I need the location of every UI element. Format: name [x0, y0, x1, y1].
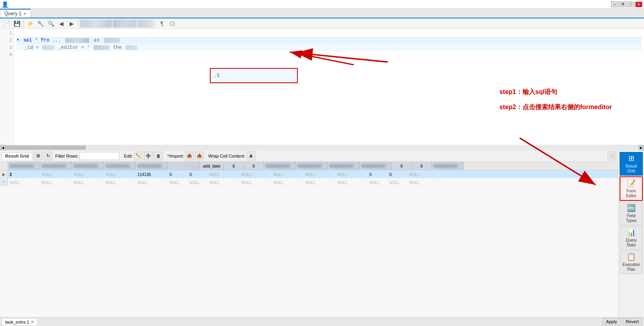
task-extra-tab[interactable]: task_extra 1 ✕ — [2, 318, 38, 326]
title-bar: 👤 ─ ⧉ □ ✕ — [0, 0, 644, 9]
apply-button[interactable]: Apply — [602, 318, 621, 325]
empty-grid-area — [0, 186, 618, 326]
line-num-4: 4 — [0, 51, 12, 58]
grid-row-2[interactable]: * NULL NULL NULL NULL NULL NULL NULL NUL… — [0, 178, 618, 186]
cell-2-13[interactable]: NULL — [368, 178, 388, 186]
stop-button[interactable]: 🔧 — [36, 19, 45, 28]
cell-1-14[interactable]: 0 — [388, 170, 408, 178]
cell-1-6[interactable]: 0 — [168, 170, 188, 178]
cell-2-7[interactable]: NULL — [188, 178, 208, 186]
back-button[interactable]: ◀ — [56, 19, 66, 28]
toolbar-separator-2 — [78, 20, 78, 28]
new-button[interactable]: 📄 — [2, 19, 11, 28]
scroll-right-button[interactable]: ▶ — [638, 145, 644, 150]
edit-delete-button[interactable]: 🗑 — [154, 152, 163, 160]
result-grid-tab-label: Result Grid — [5, 154, 29, 158]
cell-2-4[interactable]: NULL — [104, 178, 136, 186]
cell-1-12[interactable]: NULL — [336, 170, 368, 178]
autocomplete-popup[interactable]: .5 — [210, 68, 298, 83]
cell-2-2[interactable]: NULL — [40, 178, 72, 186]
cell-1-10[interactable]: NULL — [272, 170, 304, 178]
export-button[interactable]: 📤 — [195, 152, 204, 160]
editor-section: 📄 💾 ⚡ 🔧 🔍 ◀ ▶ ¶ ⬡ 1 2 3 — [0, 18, 644, 150]
cell-1-3[interactable]: NULL — [72, 170, 104, 178]
cell-1-9[interactable]: NULL — [240, 170, 272, 178]
row-indicator-2: * — [0, 178, 8, 186]
cell-2-15[interactable]: NULL — [408, 178, 440, 186]
code-line-2: • sel * fro ... as — [16, 37, 642, 44]
cell-2-6[interactable]: NULL — [168, 178, 188, 186]
main-layout: 📄 💾 ⚡ 🔧 🔍 ◀ ▶ ¶ ⬡ 1 2 3 — [0, 18, 644, 326]
execute-button[interactable]: ⚡ — [25, 19, 35, 28]
scroll-track[interactable] — [6, 146, 638, 150]
header-indicator — [0, 162, 8, 170]
grid-row-1[interactable]: ▶ 2 NULL NULL NULL 114136 0 0 NULL NULL … — [0, 170, 618, 178]
minimize-button[interactable]: ─ — [611, 2, 618, 7]
bottom-actions: Apply Revert — [602, 318, 642, 325]
execution-plan-label: ExecutionPlan — [622, 262, 640, 272]
h-scrollbar[interactable]: ◀ ▶ — [0, 145, 644, 150]
form-editor-label: FormEditor — [626, 189, 636, 198]
filter-rows-input[interactable] — [80, 152, 120, 160]
line-num-3: 3 — [0, 44, 12, 51]
cell-2-14[interactable]: NULL — [388, 178, 408, 186]
restore-button[interactable]: ⧉ — [619, 2, 626, 7]
cell-1-15[interactable]: NULL — [408, 170, 440, 178]
code-content[interactable]: • sel * fro ... as _id = _editor = ' the — [14, 29, 644, 145]
tab-query1[interactable]: Query 1 ✕ — [0, 9, 31, 18]
edit-add-button[interactable]: ➕ — [144, 152, 153, 160]
cell-2-10[interactable]: NULL — [272, 178, 304, 186]
expand-button[interactable]: ⬡ — [167, 19, 177, 28]
line-num-1: 1 — [0, 30, 12, 37]
close-button[interactable]: ✕ — [635, 2, 642, 7]
code-editor[interactable]: 1 2 3 4 • sel * fro ... as _id = — [0, 29, 644, 145]
result-data-area: add_date 0 0 0 0 ▶ 2 — [0, 162, 618, 326]
cell-1-5[interactable]: 114136 — [136, 170, 168, 178]
form-editor-icon: 📝 — [627, 179, 636, 188]
grid-icon-button[interactable]: ⊞ — [34, 152, 42, 160]
resize-button[interactable]: ⬜ — [608, 152, 616, 160]
cell-2-12[interactable]: NULL — [336, 178, 368, 186]
cell-2-3[interactable]: NULL — [72, 178, 104, 186]
execution-plan-sidebar-button[interactable]: 📋 ExecutionPlan — [620, 250, 643, 274]
query-stats-label: QueryStats — [626, 238, 636, 248]
task-extra-close-icon[interactable]: ✕ — [31, 320, 34, 324]
window-controls[interactable]: ─ ⧉ □ ✕ — [611, 2, 642, 7]
cell-1-11[interactable]: NULL — [304, 170, 336, 178]
query-stats-icon: 📊 — [627, 228, 636, 237]
code-line-4 — [16, 51, 642, 58]
result-grid-tab[interactable]: Result Grid — [2, 152, 32, 160]
cell-2-11[interactable]: NULL — [304, 178, 336, 186]
cell-1-7[interactable]: 0 — [188, 170, 208, 178]
paragraph-button[interactable]: ¶ — [157, 19, 167, 28]
maximize-button[interactable]: □ — [627, 2, 634, 7]
scroll-left-button[interactable]: ◀ — [0, 145, 6, 150]
tab-close-icon[interactable]: ✕ — [23, 12, 26, 16]
cell-1-13[interactable]: 0 — [368, 170, 388, 178]
cell-1-8[interactable]: NULL — [208, 170, 240, 178]
result-toolbar: Result Grid ⊞ ↻ Filter Rows: Edit: ✏️ ➕ … — [0, 150, 618, 162]
refresh-button[interactable]: ↻ — [44, 152, 52, 160]
cell-2-8[interactable]: NULL — [208, 178, 240, 186]
cell-2-5[interactable]: NULL — [136, 178, 168, 186]
toolbar-separator-3 — [155, 20, 156, 28]
form-editor-sidebar-button[interactable]: 📝 FormEditor — [620, 176, 643, 201]
result-grid-sidebar-button[interactable]: ⊞ ResultGrid — [620, 152, 643, 176]
line-num-2: 2 — [0, 37, 12, 44]
wrap-button[interactable]: A — [247, 152, 255, 160]
cell-1-2[interactable]: NULL — [40, 170, 72, 178]
forward-button[interactable]: ▶ — [67, 19, 76, 28]
cell-2-9[interactable]: NULL — [240, 178, 272, 186]
find-button[interactable]: 🔍 — [46, 19, 56, 28]
import-button[interactable]: 📥 — [185, 152, 194, 160]
scroll-thumb[interactable] — [6, 146, 86, 150]
cell-1-id[interactable]: 2 — [8, 170, 40, 178]
cell-1-4[interactable]: NULL — [104, 170, 136, 178]
revert-button[interactable]: Revert — [622, 318, 642, 325]
query-stats-sidebar-button[interactable]: 📊 QueryStats — [620, 226, 643, 250]
save-button[interactable]: 💾 — [12, 19, 22, 28]
edit-pencil-button[interactable]: ✏️ — [134, 152, 143, 160]
field-types-sidebar-button[interactable]: 🔤 FieldTypes — [620, 202, 643, 225]
tab-query1-label: Query 1 — [4, 11, 22, 16]
cell-2-1[interactable]: NULL — [8, 178, 40, 186]
